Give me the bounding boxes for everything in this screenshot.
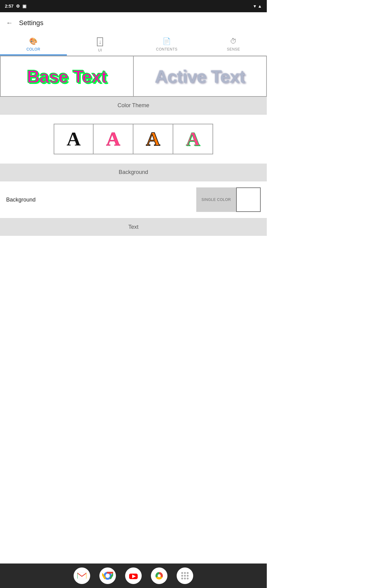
base-text-preview[interactable]: Base Text [1,56,134,96]
theme-plain-letter: A [67,128,81,150]
theme-orange-letter: A [146,128,160,150]
theme-option-pink[interactable]: A [94,124,133,154]
header: ← Settings [0,12,267,34]
theme-multi-letter: A [186,128,200,150]
preview-row: Base Text Active Text [0,56,267,97]
status-left: 2:57 ⚙ ▣ [5,4,26,9]
background-section: Background SINGLE COLOR [0,181,267,218]
single-color-option[interactable]: SINGLE COLOR [196,187,236,212]
theme-option-plain[interactable]: A [54,124,94,154]
sim-icon: ▣ [22,4,26,9]
theme-option-orange[interactable]: A [133,124,173,154]
ui-tab-icon: ↓ [97,37,103,46]
single-color-label: SINGLE COLOR [201,198,231,202]
background-row: Background SINGLE COLOR [0,181,267,218]
background-options: SINGLE COLOR [196,187,261,212]
text-header: Text [0,218,267,236]
wifi-icon: ▾ [254,4,256,9]
status-right: ▾ ▲ [254,4,262,9]
sense-tab-label: SENSE [227,47,240,51]
theme-option-multi[interactable]: A [173,124,213,154]
tab-contents[interactable]: 📄 CONTENTS [133,34,200,55]
background-header: Background [0,164,267,181]
contents-tab-label: CONTENTS [156,47,178,51]
back-button[interactable]: ← [6,19,13,27]
status-bar: 2:57 ⚙ ▣ ▾ ▲ [0,0,267,12]
signal-icon: ▲ [258,4,262,9]
active-text-preview[interactable]: Active Text [134,56,266,96]
status-time: 2:57 [5,4,13,9]
color-tab-label: COLOR [26,47,40,51]
theme-pink-letter: A [106,128,120,150]
text-section-content [0,236,267,297]
settings-icon: ⚙ [16,4,20,9]
tab-sense[interactable]: ⏱ SENSE [200,34,267,55]
ui-tab-label: UI [98,48,102,52]
color-tab-icon: 🎨 [29,37,37,45]
color-theme-header: Color Theme [0,97,267,114]
page-title: Settings [19,19,44,27]
tab-bar: 🎨 COLOR ↓ UI 📄 CONTENTS ⏱ SENSE [0,34,267,56]
contents-tab-icon: 📄 [163,37,171,45]
white-color-option[interactable] [236,187,261,212]
tab-ui[interactable]: ↓ UI [67,34,134,55]
theme-options: A A A A [0,115,267,164]
background-row-label: Background [6,197,191,203]
base-text-label: Base Text [27,66,107,87]
tab-color[interactable]: 🎨 COLOR [0,34,67,55]
active-text-label: Active Text [155,66,245,87]
sense-tab-icon: ⏱ [230,37,237,45]
